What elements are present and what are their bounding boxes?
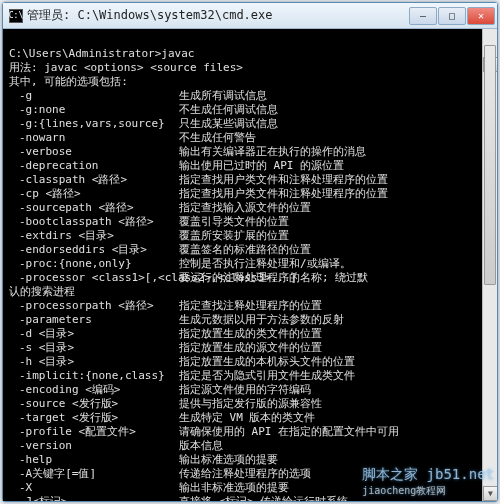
- option-row: -nowarn不生成任何警告: [9, 131, 491, 145]
- option-desc: 不生成任何调试信息: [179, 103, 491, 117]
- cmd-icon: C:\: [9, 9, 23, 23]
- option-desc: 输出使用已过时的 API 的源位置: [179, 159, 491, 173]
- option-desc: 覆盖引导类文件的位置: [179, 215, 491, 229]
- option-row: -s <目录>指定放置生成的源文件的位置: [9, 341, 491, 355]
- window-title: 管理员: C:\Windows\system32\cmd.exe: [27, 7, 409, 24]
- option-desc: 输出标准选项的提要: [179, 453, 491, 467]
- option-row: -processorpath <路径>指定查找注释处理程序的位置: [9, 299, 491, 313]
- option-key: -help: [9, 453, 179, 467]
- option-desc: 只生成某些调试信息: [179, 117, 491, 131]
- option-key: -d <目录>: [9, 327, 179, 341]
- option-row: -g:{lines,vars,source}只生成某些调试信息: [9, 117, 491, 131]
- option-desc: 生成所有调试信息: [179, 89, 491, 103]
- cmd-window: C:\ 管理员: C:\Windows\system32\cmd.exe — □…: [2, 2, 498, 502]
- option-desc: 覆盖签名的标准路径的位置: [179, 243, 491, 257]
- option-key: -cp <路径>: [9, 187, 179, 201]
- option-row: -target <发行版>生成特定 VM 版本的类文件: [9, 411, 491, 425]
- option-desc: 指定源文件使用的字符编码: [179, 383, 491, 397]
- option-desc: 指定查找用户类文件和注释处理程序的位置: [179, 187, 491, 201]
- option-key: -processor <class1>[,<class2>,<class3>..…: [9, 271, 179, 285]
- option-key: -X: [9, 481, 179, 495]
- scrollbar[interactable]: ▲ ▼: [482, 29, 497, 501]
- titlebar[interactable]: C:\ 管理员: C:\Windows\system32\cmd.exe — □…: [3, 3, 497, 29]
- option-desc: 要运行的注释处理程序的名称; 绕过默: [179, 271, 491, 285]
- option-key: -g:none: [9, 103, 179, 117]
- option-desc: 指定是否为隐式引用文件生成类文件: [179, 369, 491, 383]
- option-desc: 版本信息: [179, 439, 491, 453]
- option-row: -source <发行版>提供与指定发行版的源兼容性: [9, 397, 491, 411]
- option-key: -deprecation: [9, 159, 179, 173]
- option-row: -d <目录>指定放置生成的类文件的位置: [9, 327, 491, 341]
- option-key: -g: [9, 89, 179, 103]
- option-row: -help输出标准选项的提要: [9, 453, 491, 467]
- terminal-output[interactable]: C:\Users\Administrator>javac 用法: javac <…: [3, 29, 497, 501]
- option-key: -s <目录>: [9, 341, 179, 355]
- option-row: -bootclasspath <路径>覆盖引导类文件的位置: [9, 215, 491, 229]
- option-key: -bootclasspath <路径>: [9, 215, 179, 229]
- close-button[interactable]: ✕: [467, 7, 495, 25]
- option-row: -endorseddirs <目录>覆盖签名的标准路径的位置: [9, 243, 491, 257]
- option-desc: 指定放置生成的类文件的位置: [179, 327, 491, 341]
- option-key: -g:{lines,vars,source}: [9, 117, 179, 131]
- option-row: -g:none不生成任何调试信息: [9, 103, 491, 117]
- option-desc: 生成元数据以用于方法参数的反射: [179, 313, 491, 327]
- option-desc: 指定放置生成的本机标头文件的位置: [179, 355, 491, 369]
- option-key: -profile <配置文件>: [9, 425, 179, 439]
- option-row: -extdirs <目录>覆盖所安装扩展的位置: [9, 229, 491, 243]
- option-desc: 输出有关编译器正在执行的操作的消息: [179, 145, 491, 159]
- option-desc: 生成特定 VM 版本的类文件: [179, 411, 491, 425]
- option-key: -version: [9, 439, 179, 453]
- maximize-button[interactable]: □: [438, 7, 466, 25]
- option-row: -parameters生成元数据以用于方法参数的反射: [9, 313, 491, 327]
- option-key: -implicit:{none,class}: [9, 369, 179, 383]
- option-row: -g生成所有调试信息: [9, 89, 491, 103]
- option-key: -parameters: [9, 313, 179, 327]
- option-row: -classpath <路径>指定查找用户类文件和注释处理程序的位置: [9, 173, 491, 187]
- wrap-line: 认的搜索进程: [9, 285, 75, 298]
- option-row: -sourcepath <路径>指定查找输入源文件的位置: [9, 201, 491, 215]
- option-row: -cp <路径>指定查找用户类文件和注释处理程序的位置: [9, 187, 491, 201]
- option-key: -A关键字[=值]: [9, 467, 179, 481]
- watermark-main: 脚本之家 jb51.net: [362, 466, 494, 482]
- option-desc: 指定查找用户类文件和注释处理程序的位置: [179, 173, 491, 187]
- window-buttons: — □ ✕: [409, 7, 495, 25]
- option-row: -implicit:{none,class}指定是否为隐式引用文件生成类文件: [9, 369, 491, 383]
- option-desc: 指定查找注释处理程序的位置: [179, 299, 491, 313]
- option-key: -target <发行版>: [9, 411, 179, 425]
- option-key: -source <发行版>: [9, 397, 179, 411]
- option-key: -endorseddirs <目录>: [9, 243, 179, 257]
- option-key: -classpath <路径>: [9, 173, 179, 187]
- option-row: -version版本信息: [9, 439, 491, 453]
- watermark: 脚本之家 jb51.net jiaocheng教程网: [362, 466, 494, 498]
- option-key: -sourcepath <路径>: [9, 201, 179, 215]
- option-row: -proc:{none,only}控制是否执行注释处理和/或编译。: [9, 257, 491, 271]
- option-row: -verbose输出有关编译器正在执行的操作的消息: [9, 145, 491, 159]
- option-row: -processor <class1>[,<class2>,<class3>..…: [9, 271, 491, 285]
- option-key: -J<标记>: [9, 495, 179, 501]
- minimize-button[interactable]: —: [409, 7, 437, 25]
- option-key: -verbose: [9, 145, 179, 159]
- where-line: 其中, 可能的选项包括:: [9, 75, 128, 88]
- option-key: -encoding <编码>: [9, 383, 179, 397]
- prompt-line: C:\Users\Administrator>javac: [9, 47, 194, 60]
- option-row: -encoding <编码>指定源文件使用的字符编码: [9, 383, 491, 397]
- option-key: -h <目录>: [9, 355, 179, 369]
- watermark-sub: jiaocheng教程网: [362, 484, 494, 498]
- option-desc: 控制是否执行注释处理和/或编译。: [179, 257, 491, 271]
- option-key: -nowarn: [9, 131, 179, 145]
- option-row: -h <目录>指定放置生成的本机标头文件的位置: [9, 355, 491, 369]
- option-row: -deprecation输出使用已过时的 API 的源位置: [9, 159, 491, 173]
- option-desc: 指定放置生成的源文件的位置: [179, 341, 491, 355]
- option-desc: 提供与指定发行版的源兼容性: [179, 397, 491, 411]
- option-key: -proc:{none,only}: [9, 257, 179, 271]
- option-desc: 不生成任何警告: [179, 131, 491, 145]
- option-key: -extdirs <目录>: [9, 229, 179, 243]
- option-desc: 指定查找输入源文件的位置: [179, 201, 491, 215]
- usage-line: 用法: javac <options> <source files>: [9, 61, 243, 74]
- option-desc: 请确保使用的 API 在指定的配置文件中可用: [179, 425, 491, 439]
- option-key: -processorpath <路径>: [9, 299, 179, 313]
- option-desc: 覆盖所安装扩展的位置: [179, 229, 491, 243]
- option-row: -profile <配置文件>请确保使用的 API 在指定的配置文件中可用: [9, 425, 491, 439]
- scroll-thumb[interactable]: [484, 45, 496, 285]
